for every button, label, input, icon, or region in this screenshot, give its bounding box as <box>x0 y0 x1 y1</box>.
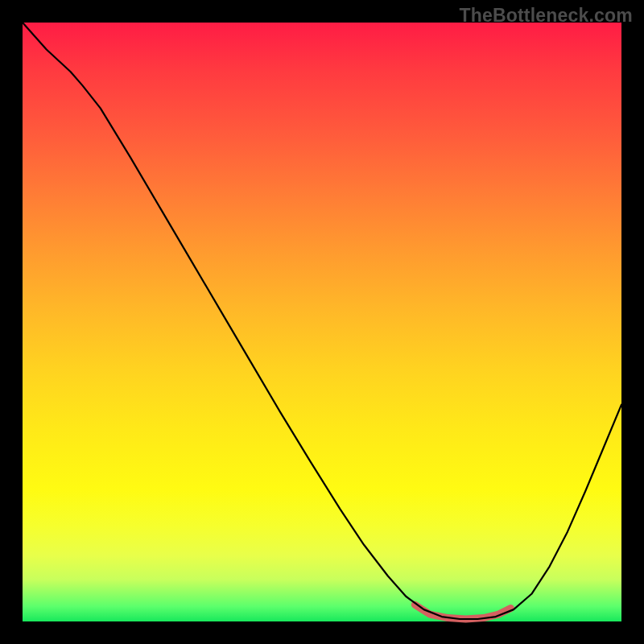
bottleneck-curve <box>23 23 621 619</box>
chart-svg <box>23 23 621 621</box>
plot-area <box>23 23 621 621</box>
watermark-text: TheBottleneck.com <box>459 5 633 27</box>
chart-frame: TheBottleneck.com <box>0 0 644 644</box>
